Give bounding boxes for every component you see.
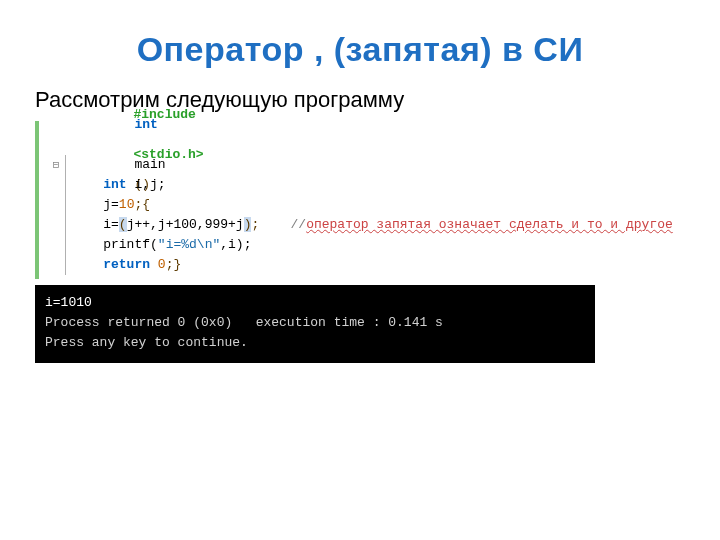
console-line: Process returned 0 (0x0) execution time … <box>45 313 585 333</box>
identifier: main <box>134 157 165 172</box>
code-line: i=(j++,j+100,999+j); //оператор запятая … <box>43 215 685 235</box>
comment: оператор запятая означает сделать и то и… <box>306 217 673 232</box>
keyword-int: int <box>134 117 157 132</box>
code-line: int i,j; <box>43 175 685 195</box>
paren-highlight-open: ( <box>119 217 127 232</box>
code-line: return 0;} <box>43 255 685 275</box>
change-gutter <box>35 121 39 279</box>
console-line: i=1010 <box>45 293 585 313</box>
slide-title: Оператор , (запятая) в CИ <box>35 30 685 69</box>
code-line: printf("i=%d\n",i); <box>43 235 685 255</box>
code-editor: #include <stdio.h> ⊟ int main () { int i… <box>35 121 685 279</box>
code-line: ⊟ int main () { <box>43 155 685 175</box>
console-output: i=1010 Process returned 0 (0x0) executio… <box>35 285 595 363</box>
fold-icon[interactable]: ⊟ <box>49 155 63 175</box>
code-line: j=10; <box>43 195 685 215</box>
console-line: Press any key to continue. <box>45 333 585 353</box>
